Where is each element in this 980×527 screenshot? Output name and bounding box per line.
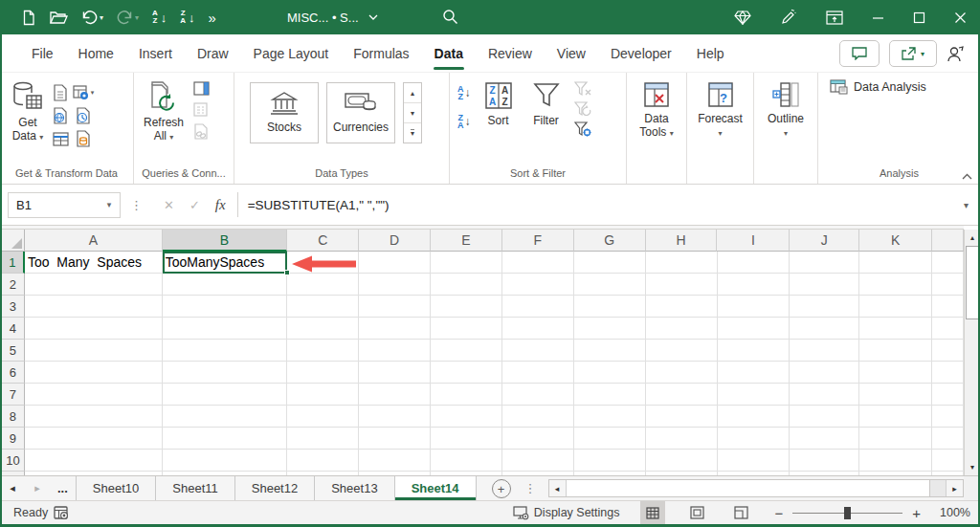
- cell-e6[interactable]: [431, 362, 502, 384]
- select-all-corner[interactable]: [2, 230, 25, 252]
- cell-i2[interactable]: [718, 274, 791, 296]
- tab-formulas[interactable]: Formulas: [341, 34, 421, 73]
- cell-e7[interactable]: [431, 384, 502, 406]
- cell-f9[interactable]: [502, 428, 574, 450]
- gallery-scroll-down-button[interactable]: ▾: [404, 103, 421, 123]
- cell-i3[interactable]: [718, 296, 791, 318]
- cell-partial-7[interactable]: [932, 384, 964, 406]
- tab-draw[interactable]: Draw: [185, 34, 241, 73]
- data-tools-button[interactable]: Data Tools ▾: [634, 79, 679, 143]
- column-header-e[interactable]: E: [431, 230, 502, 252]
- cell-g1[interactable]: [574, 252, 646, 274]
- cell-f6[interactable]: [502, 362, 574, 384]
- cell-a5[interactable]: [25, 340, 163, 362]
- cell-i1[interactable]: [718, 252, 791, 274]
- cell-g6[interactable]: [574, 362, 646, 384]
- forecast-button[interactable]: ? Forecast ▾: [692, 79, 748, 143]
- cell-a9[interactable]: [25, 428, 163, 450]
- cell-j8[interactable]: [790, 406, 859, 428]
- search-icon[interactable]: [442, 9, 458, 25]
- cell-partial-3[interactable]: [932, 296, 964, 318]
- cell-partial-8[interactable]: [932, 406, 964, 428]
- column-header-k[interactable]: K: [859, 230, 932, 252]
- tab-bar-options-icon[interactable]: ⋮: [519, 476, 543, 500]
- cell-g4[interactable]: [574, 318, 646, 340]
- horizontal-scrollbar-thumb[interactable]: [567, 480, 931, 496]
- cell-d9[interactable]: [359, 428, 431, 450]
- cell-h1[interactable]: [646, 252, 718, 274]
- maximize-button[interactable]: [913, 11, 925, 24]
- cell-b8[interactable]: [163, 406, 288, 428]
- tab-review[interactable]: Review: [476, 34, 545, 73]
- cell-e5[interactable]: [431, 340, 502, 362]
- cell-partial-1[interactable]: [932, 252, 964, 274]
- cell-g7[interactable]: [574, 384, 646, 406]
- cell-partial-9[interactable]: [932, 428, 964, 450]
- existing-connections-icon[interactable]: [76, 130, 91, 147]
- cell-j1[interactable]: [790, 252, 859, 274]
- cell-f4[interactable]: [502, 318, 574, 340]
- row-header-9[interactable]: 9: [2, 428, 25, 450]
- cell-g10[interactable]: [574, 450, 646, 472]
- cell-a6[interactable]: [25, 362, 163, 384]
- row-header-1[interactable]: 1: [2, 252, 25, 274]
- cell-i9[interactable]: [718, 428, 791, 450]
- cell-e9[interactable]: [431, 428, 502, 450]
- data-analysis-button[interactable]: Data Analysis: [830, 79, 926, 95]
- stocks-data-type-card[interactable]: Stocks: [250, 82, 319, 143]
- fill-handle[interactable]: [284, 270, 290, 275]
- tab-insert[interactable]: Insert: [126, 34, 185, 73]
- cell-f2[interactable]: [502, 274, 574, 296]
- cell-e10[interactable]: [431, 450, 502, 472]
- cell-j6[interactable]: [790, 362, 859, 384]
- sort-z-to-a-button[interactable]: ZA↓: [457, 114, 471, 129]
- zoom-out-button[interactable]: −: [774, 505, 783, 521]
- cell-k7[interactable]: [859, 384, 932, 406]
- cell-i6[interactable]: [718, 362, 791, 384]
- cell-e8[interactable]: [431, 406, 502, 428]
- cell-i4[interactable]: [718, 318, 791, 340]
- cell-i8[interactable]: [718, 406, 791, 428]
- cell-a1[interactable]: Too Many Spaces: [25, 252, 163, 274]
- cell-b9[interactable]: [163, 428, 288, 450]
- cell-h10[interactable]: [646, 450, 718, 472]
- cell-d3[interactable]: [359, 296, 431, 318]
- cell-e2[interactable]: [431, 274, 502, 296]
- minimize-button[interactable]: [872, 11, 884, 24]
- cell-j9[interactable]: [790, 428, 859, 450]
- ribbon-display-options-icon[interactable]: [826, 11, 843, 25]
- cell-partial-4[interactable]: [932, 318, 964, 340]
- advanced-filter-icon[interactable]: [574, 121, 591, 137]
- row-header-8[interactable]: 8: [2, 406, 25, 428]
- from-table-range-button[interactable]: ▾: [73, 85, 95, 100]
- gallery-scroll-up-button[interactable]: ▴: [404, 83, 421, 103]
- editor-pen-icon[interactable]: [780, 9, 797, 26]
- cell-j4[interactable]: [790, 318, 859, 340]
- cell-a10[interactable]: [25, 450, 163, 472]
- cell-d10[interactable]: [359, 450, 431, 472]
- get-data-button[interactable]: Get Data ▾: [6, 79, 50, 146]
- cell-i7[interactable]: [718, 384, 791, 406]
- cell-k4[interactable]: [859, 318, 932, 340]
- cell-g3[interactable]: [574, 296, 646, 318]
- cell-c5[interactable]: [287, 340, 359, 362]
- tab-page-layout[interactable]: Page Layout: [241, 34, 342, 73]
- cell-partial-6[interactable]: [932, 362, 964, 384]
- sort-descending-button[interactable]: ZA ↓: [180, 10, 194, 25]
- cell-c6[interactable]: [287, 362, 359, 384]
- cell-j5[interactable]: [790, 340, 859, 362]
- tab-file[interactable]: File: [19, 34, 66, 73]
- column-header-g[interactable]: G: [574, 230, 646, 252]
- normal-view-button[interactable]: [640, 501, 665, 525]
- cell-d7[interactable]: [359, 384, 431, 406]
- chevron-down-icon[interactable]: ▾: [100, 13, 103, 22]
- cell-k2[interactable]: [859, 274, 932, 296]
- row-header-4[interactable]: 4: [2, 318, 25, 340]
- new-sheet-button[interactable]: +: [492, 479, 511, 498]
- zoom-slider[interactable]: [792, 513, 902, 514]
- cell-e1[interactable]: [431, 252, 502, 274]
- sheet-nav-left-icon[interactable]: ◂: [0, 476, 25, 500]
- row-header-3[interactable]: 3: [2, 296, 25, 318]
- toolbar-overflow-button[interactable]: »: [209, 10, 215, 26]
- cell-f7[interactable]: [502, 384, 574, 406]
